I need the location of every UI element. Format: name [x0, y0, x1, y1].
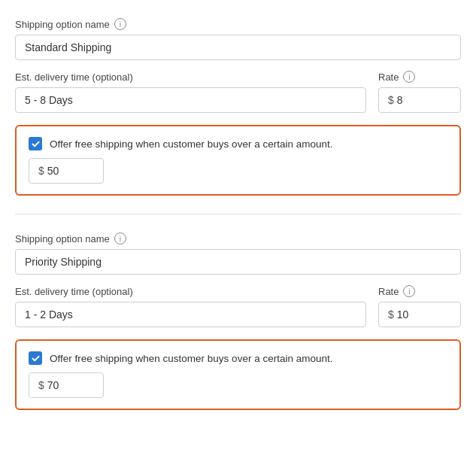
- free-shipping-label-2: Offer free shipping when customer buys o…: [50, 353, 332, 364]
- rate-input-1[interactable]: [397, 94, 442, 106]
- free-amount-input-1[interactable]: [47, 165, 89, 177]
- free-shipping-box-1: Offer free shipping when customer buys o…: [15, 125, 461, 196]
- rate-input-2[interactable]: [397, 308, 442, 321]
- delivery-label-2: Est. delivery time (optional): [15, 286, 366, 297]
- free-amount-wrapper-2: $: [29, 372, 104, 398]
- currency-symbol-2: $: [388, 308, 394, 321]
- free-shipping-checkbox-2[interactable]: [29, 351, 42, 365]
- free-amount-currency-2: $: [38, 379, 44, 391]
- delivery-input-2[interactable]: [15, 302, 366, 327]
- option-name-field-1: Shipping option name i: [15, 18, 461, 60]
- row-fields-1: Est. delivery time (optional) Rate i $: [15, 71, 461, 113]
- rate-info-icon-2[interactable]: i: [403, 285, 415, 297]
- free-amount-input-2[interactable]: [47, 379, 89, 391]
- option-name-info-icon-1[interactable]: i: [114, 18, 126, 30]
- free-amount-wrapper-1: $: [29, 158, 104, 184]
- currency-symbol-1: $: [388, 94, 394, 106]
- option-name-info-icon-2[interactable]: i: [114, 232, 126, 245]
- delivery-field-1: Est. delivery time (optional): [15, 71, 366, 113]
- shipping-section-1: Shipping option name i Est. delivery tim…: [15, 18, 461, 196]
- rate-info-icon-1[interactable]: i: [403, 71, 415, 83]
- delivery-label-1: Est. delivery time (optional): [15, 71, 366, 83]
- rate-label-1: Rate i: [378, 71, 461, 83]
- free-shipping-header-2: Offer free shipping when customer buys o…: [29, 351, 447, 365]
- free-shipping-header-1: Offer free shipping when customer buys o…: [29, 137, 447, 150]
- rate-field-1: Rate i $: [378, 71, 461, 113]
- free-amount-currency-1: $: [38, 165, 44, 177]
- rate-input-wrapper-2: $: [378, 302, 461, 327]
- rate-input-wrapper-1: $: [378, 87, 461, 113]
- delivery-input-1[interactable]: [15, 87, 366, 113]
- option-name-input-1[interactable]: [15, 35, 461, 60]
- row-fields-2: Est. delivery time (optional) Rate i $: [15, 285, 461, 327]
- section-divider: [15, 214, 461, 214]
- shipping-section-2: Shipping option name i Est. delivery tim…: [15, 232, 461, 410]
- option-name-field-2: Shipping option name i: [15, 232, 461, 275]
- rate-label-2: Rate i: [378, 285, 461, 297]
- delivery-field-2: Est. delivery time (optional): [15, 286, 366, 327]
- free-shipping-label-1: Offer free shipping when customer buys o…: [50, 138, 332, 150]
- option-name-label-2: Shipping option name i: [15, 232, 461, 245]
- free-shipping-box-2: Offer free shipping when customer buys o…: [15, 339, 461, 410]
- option-name-input-2[interactable]: [15, 249, 461, 275]
- free-shipping-checkbox-1[interactable]: [29, 137, 42, 150]
- option-name-label-1: Shipping option name i: [15, 18, 461, 30]
- rate-field-2: Rate i $: [378, 285, 461, 327]
